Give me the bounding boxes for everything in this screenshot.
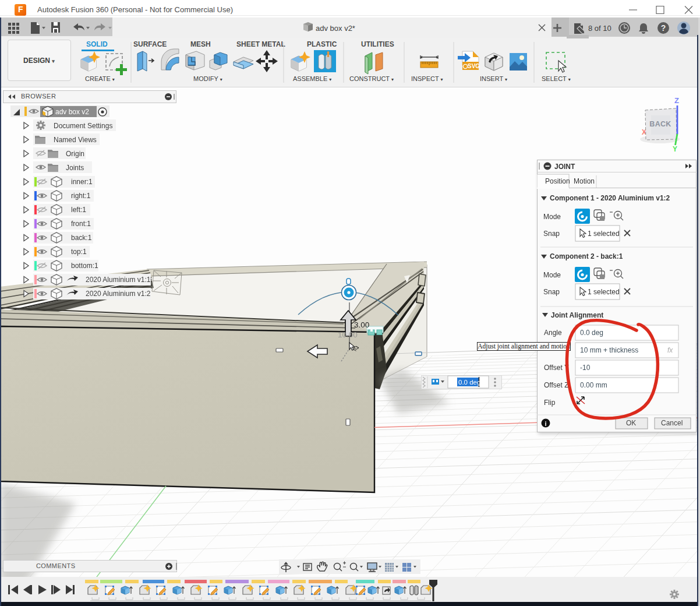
svg-text:Y: Y (673, 145, 677, 153)
svg-text:SVG: SVG (468, 63, 480, 69)
svg-text:Z: Z (674, 96, 679, 105)
svg-text:?: ? (661, 23, 666, 33)
svg-text:i: i (545, 420, 546, 427)
svg-text:BACK: BACK (649, 120, 671, 128)
